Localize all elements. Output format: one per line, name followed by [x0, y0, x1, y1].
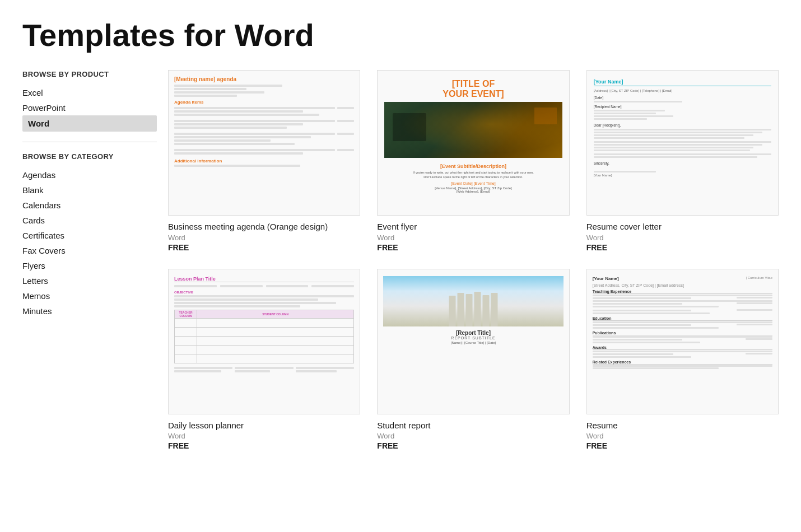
sidebar-item-letters[interactable]: Letters	[22, 273, 157, 288]
template-price-agenda: FREE	[168, 243, 360, 252]
template-thumb-student-report[interactable]: [Report Title] REPORT SUBTITLE [Name] | …	[377, 269, 569, 414]
sidebar-item-excel[interactable]: Excel	[22, 85, 157, 100]
sidebar-item-word[interactable]: Word	[22, 115, 157, 132]
sidebar-item-flyers[interactable]: Flyers	[22, 258, 157, 273]
template-product-agenda: Word	[168, 234, 360, 242]
template-card-lesson[interactable]: Lesson Plan Title OBJECTIVE	[168, 269, 360, 451]
template-product-student-report: Word	[377, 432, 569, 440]
template-price-lesson: FREE	[168, 441, 360, 450]
template-product-flyer: Word	[377, 234, 569, 242]
template-card-agenda[interactable]: [Meeting name] agenda Agenda Items	[168, 70, 360, 252]
template-card-student-report[interactable]: [Report Title] REPORT SUBTITLE [Name] | …	[377, 269, 569, 451]
template-thumb-resume-cover[interactable]: [Your Name] [Address] | [City, ST ZIP Co…	[586, 70, 779, 216]
sidebar: BROWSE BY PRODUCT Excel PowerPoint Word …	[22, 70, 168, 450]
template-name-lesson: Daily lesson planner	[168, 420, 360, 431]
template-info-lesson: Daily lesson planner Word FREE	[168, 420, 360, 451]
template-name-resume-cover: Resume cover letter	[586, 221, 779, 232]
sidebar-item-memos[interactable]: Memos	[22, 288, 157, 304]
template-name-agenda: Business meeting agenda (Orange design)	[168, 221, 360, 232]
template-product-lesson: Word	[168, 432, 360, 440]
sidebar-divider	[22, 142, 157, 142]
template-card-flyer[interactable]: [TITLE OFYOUR EVENT] [Event Subtitle/Des…	[377, 70, 569, 252]
template-price-student-report: FREE	[377, 441, 569, 450]
template-card-resume-cover[interactable]: [Your Name] [Address] | [City, ST ZIP Co…	[586, 70, 779, 252]
sidebar-item-certificates[interactable]: Certificates	[22, 228, 157, 243]
sidebar-item-agendas[interactable]: Agendas	[22, 167, 157, 183]
browse-by-product-heading: BROWSE BY PRODUCT	[22, 70, 157, 80]
page-title: Templates for Word	[22, 17, 779, 53]
template-info-resume: Resume Word FREE	[586, 420, 779, 451]
template-thumb-flyer[interactable]: [TITLE OFYOUR EVENT] [Event Subtitle/Des…	[377, 70, 569, 216]
sidebar-item-minutes[interactable]: Minutes	[22, 304, 157, 319]
template-thumb-resume[interactable]: [Your Name] | Curriculum Vitae [Street A…	[586, 269, 779, 414]
sidebar-item-fax-covers[interactable]: Fax Covers	[22, 243, 157, 258]
sidebar-item-calendars[interactable]: Calendars	[22, 198, 157, 213]
template-thumb-agenda[interactable]: [Meeting name] agenda Agenda Items	[168, 70, 360, 216]
sidebar-item-blank[interactable]: Blank	[22, 183, 157, 198]
template-card-resume[interactable]: [Your Name] | Curriculum Vitae [Street A…	[586, 269, 779, 451]
template-price-resume: FREE	[586, 441, 779, 450]
template-info-resume-cover: Resume cover letter Word FREE	[586, 221, 779, 252]
template-product-resume-cover: Word	[586, 234, 779, 242]
sidebar-item-cards[interactable]: Cards	[22, 213, 157, 228]
templates-grid: [Meeting name] agenda Agenda Items	[168, 70, 779, 450]
template-info-agenda: Business meeting agenda (Orange design) …	[168, 221, 360, 252]
template-thumb-lesson[interactable]: Lesson Plan Title OBJECTIVE	[168, 269, 360, 414]
template-name-student-report: Student report	[377, 420, 569, 431]
template-price-flyer: FREE	[377, 243, 569, 252]
sidebar-item-powerpoint[interactable]: PowerPoint	[22, 100, 157, 115]
template-product-resume: Word	[586, 432, 779, 440]
template-info-student-report: Student report Word FREE	[377, 420, 569, 451]
template-name-resume: Resume	[586, 420, 779, 431]
template-price-resume-cover: FREE	[586, 243, 779, 252]
template-name-flyer: Event flyer	[377, 221, 569, 232]
template-info-flyer: Event flyer Word FREE	[377, 221, 569, 252]
browse-by-category-heading: BROWSE BY CATEGORY	[22, 152, 157, 162]
main-content: [Meeting name] agenda Agenda Items	[168, 70, 779, 450]
